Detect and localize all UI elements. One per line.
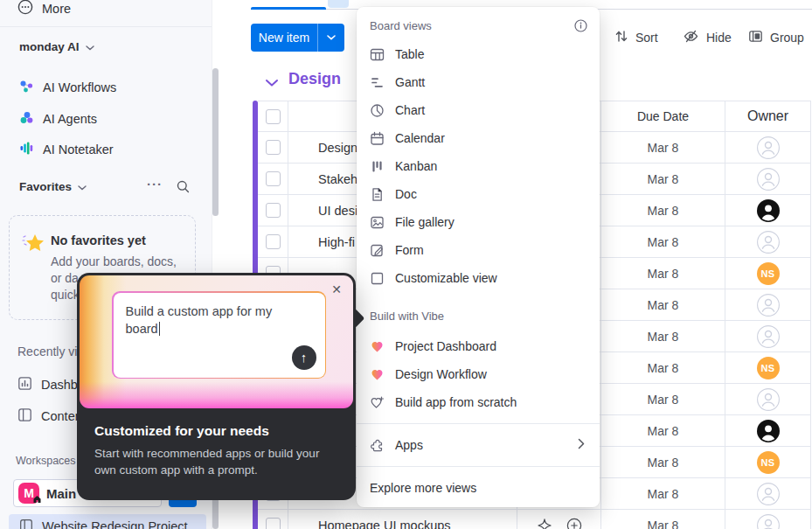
tooltip-gradient-panel: ✕ Build a custom app for my board ↑ (80, 275, 353, 408)
favorites-menu-icon[interactable]: ··· (147, 177, 163, 191)
ai-notetaker-label: AI Notetaker (43, 143, 114, 157)
menu-item-table[interactable]: Table (370, 40, 586, 68)
owner-cell[interactable] (725, 195, 811, 226)
due-date-cell[interactable]: Mar 8 (601, 415, 725, 446)
form-view-icon (370, 243, 385, 258)
menu-item-chart[interactable]: Chart (370, 96, 586, 124)
favorites-empty-line: or da (51, 271, 79, 285)
collapse-group-icon[interactable] (265, 75, 279, 91)
sidebar-item-more[interactable]: More (17, 0, 71, 17)
owner-cell[interactable] (725, 478, 811, 509)
item-name-cell[interactable]: Homepage UI mockups (288, 510, 517, 529)
owner-cell[interactable] (725, 132, 811, 163)
item-actions-cell (517, 510, 601, 529)
owner-cell[interactable] (725, 510, 811, 529)
row-checkbox[interactable] (258, 226, 288, 257)
due-date-cell[interactable]: Mar 8 (601, 132, 725, 163)
group-title[interactable]: Design (288, 70, 341, 88)
chart-view-icon (370, 103, 385, 118)
menu-item-project-dashboard[interactable]: Project Dashboard (370, 332, 586, 360)
owner-column-header[interactable]: Owner (725, 101, 811, 131)
more-icon (17, 0, 33, 17)
due-date-cell[interactable]: Mar 8 (601, 510, 725, 529)
favorites-empty-line: Add your boards, docs, (51, 254, 177, 268)
sidebar-item-ai-agents[interactable]: AI Agents (19, 110, 97, 128)
owner-cell[interactable] (725, 321, 811, 352)
due-date-cell[interactable]: Mar 8 (601, 352, 725, 383)
prompt-input[interactable]: Build a custom app for my board ↑ (114, 293, 325, 378)
sidebar-item-ai-workflows[interactable]: AI Workflows (19, 79, 116, 96)
row-checkbox[interactable] (258, 510, 288, 529)
owner-cell[interactable] (725, 164, 811, 194)
home-icon (32, 492, 42, 506)
owner-avatar-initials: NS (757, 262, 780, 285)
row-checkbox[interactable] (258, 132, 288, 163)
owner-cell[interactable]: NS (725, 258, 811, 289)
owner-cell[interactable]: NS (725, 352, 811, 383)
owner-cell[interactable] (725, 384, 811, 414)
row-checkbox[interactable] (258, 195, 288, 226)
person-outline-avatar (757, 325, 780, 348)
menu-item-doc[interactable]: Doc (370, 180, 586, 208)
menu-title: Board views (370, 19, 432, 32)
more-label: More (42, 2, 71, 16)
search-icon[interactable] (177, 180, 190, 197)
heart-icon (370, 339, 385, 354)
row-checkbox[interactable] (258, 164, 288, 194)
sidebar-scrollbar-thumb[interactable] (212, 68, 219, 216)
favorites-empty-title: No favorites yet (51, 233, 146, 247)
close-icon[interactable]: ✕ (331, 282, 342, 296)
sidebar-item-content[interactable]: Conten (17, 407, 82, 425)
due-date-cell[interactable]: Mar 8 (601, 321, 725, 352)
menu-item-kanban[interactable]: Kanban (370, 152, 586, 180)
monday-ai-section[interactable]: monday AI (19, 40, 94, 53)
info-icon[interactable] (574, 19, 587, 36)
menu-divider (357, 423, 600, 424)
new-item-button[interactable]: New item (251, 24, 344, 52)
favorites-section[interactable]: Favorites (19, 180, 87, 193)
due-date-cell[interactable]: Mar 8 (601, 478, 725, 509)
menu-item-apps[interactable]: Apps (370, 431, 586, 459)
due-date-column-header[interactable]: Due Date (601, 101, 725, 131)
owner-cell[interactable] (725, 289, 811, 320)
add-update-button[interactable] (566, 518, 582, 529)
menu-item-explore-more-views[interactable]: Explore more views (370, 474, 586, 502)
ai-sparkle-button[interactable] (537, 518, 552, 529)
heart-icon (370, 367, 385, 382)
recently-visited-label[interactable]: Recently vi (17, 345, 77, 358)
menu-item-form[interactable]: Form (370, 236, 586, 264)
due-date-cell[interactable]: Mar 8 (601, 164, 725, 194)
menu-item-build-app-from-scratch[interactable]: Build app from scratch (370, 388, 586, 416)
sort-button[interactable]: Sort (614, 27, 658, 48)
due-date-cell[interactable]: Mar 8 (601, 258, 725, 289)
select-all-checkbox[interactable] (258, 101, 288, 131)
board-icon (19, 519, 33, 529)
due-date-cell[interactable]: Mar 8 (601, 226, 725, 257)
text-caret (159, 322, 161, 336)
owner-cell[interactable] (725, 415, 811, 446)
owner-cell[interactable] (725, 226, 811, 257)
menu-item-customizable-view[interactable]: Customizable view (370, 264, 586, 292)
new-item-label[interactable]: New item (251, 24, 317, 52)
group-button[interactable]: Group (748, 27, 804, 48)
new-item-dropdown[interactable] (317, 24, 344, 52)
ai-notetaker-icon (19, 141, 34, 158)
owner-cell[interactable]: NS (725, 447, 811, 477)
due-date-cell[interactable]: Mar 8 (601, 195, 725, 226)
menu-item-calendar[interactable]: Calendar (370, 124, 586, 152)
menu-item-label: Doc (395, 187, 417, 201)
menu-item-gantt[interactable]: Gantt (370, 68, 586, 96)
menu-item-label: Build app from scratch (395, 395, 517, 409)
menu-item-file-gallery[interactable]: File gallery (370, 208, 586, 236)
hide-button[interactable]: Hide (683, 27, 732, 48)
sidebar-item-ai-notetaker[interactable]: AI Notetaker (19, 141, 114, 158)
due-date-cell[interactable]: Mar 8 (601, 384, 725, 414)
send-prompt-button[interactable]: ↑ (292, 345, 316, 370)
add-view-button[interactable] (328, 0, 349, 8)
sidebar-item-dashboards[interactable]: Dashbo (17, 376, 85, 393)
due-date-cell[interactable]: Mar 8 (601, 289, 725, 320)
due-date-cell[interactable]: Mar 8 (601, 447, 725, 477)
favorites-empty-line: quick (51, 288, 80, 302)
sidebar-item-board[interactable]: Website Redesign Project (9, 514, 206, 529)
menu-item-design-workflow[interactable]: Design Workflow (370, 360, 586, 388)
